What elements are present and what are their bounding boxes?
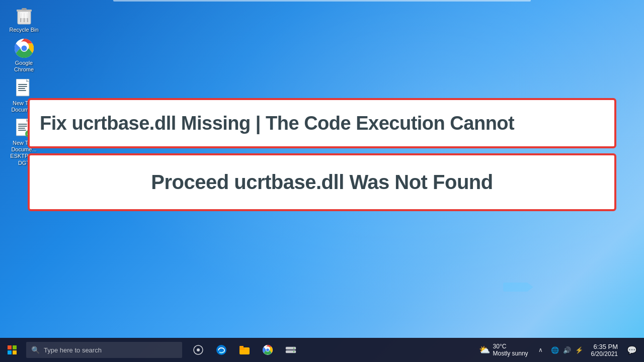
search-placeholder-text: Type here to search: [44, 346, 102, 354]
svg-point-38: [293, 351, 294, 352]
weather-icon: ⛅: [479, 344, 490, 355]
svg-rect-2: [22, 8, 27, 10]
svg-rect-18: [18, 124, 27, 125]
weather-temp: 30°C: [493, 343, 528, 350]
svg-rect-23: [13, 345, 17, 349]
tray-chevron-icon[interactable]: ∧: [538, 346, 543, 353]
svg-rect-15: [18, 90, 26, 91]
svg-rect-25: [13, 350, 17, 354]
svg-rect-12: [18, 84, 27, 85]
svg-rect-6: [20, 12, 28, 18]
weather-condition: Mostly sunny: [493, 350, 528, 357]
taskbar-chrome[interactable]: [257, 338, 279, 362]
top-bar: [113, 0, 531, 2]
recycle-bin-icon[interactable]: Recycle Bin: [5, 5, 43, 33]
annotation-box-2: Proceed ucrtbase.dll Was Not Found: [28, 153, 616, 211]
svg-rect-20: [18, 128, 25, 129]
taskbar-task-view[interactable]: [187, 338, 209, 362]
annotation-box-1: Fix ucrtbase.dll Missing | The Code Exec…: [28, 98, 616, 148]
annotation-box-2-text: Proceed ucrtbase.dll Was Not Found: [151, 171, 493, 194]
weather-area: ⛅ 30°C Mostly sunny: [475, 343, 532, 357]
recycle-bin-label: Recycle Bin: [9, 27, 38, 33]
google-chrome-icon[interactable]: Google Chrome: [5, 38, 43, 73]
volume-icon: 🔊: [563, 346, 571, 354]
search-box[interactable]: 🔍 Type here to search: [26, 342, 182, 358]
clock-area[interactable]: 6:35 PM 6/20/2021: [587, 343, 622, 357]
svg-rect-13: [18, 86, 27, 87]
taskbar-storage[interactable]: [280, 338, 302, 362]
network-icon: 🌐: [551, 346, 559, 354]
svg-rect-21: [18, 130, 26, 131]
taskbar-apps: [187, 338, 302, 362]
tray-status-icons: 🌐 🔊 ⚡: [549, 346, 585, 354]
start-button[interactable]: [0, 338, 24, 362]
battery-icon: ⚡: [575, 346, 583, 354]
svg-rect-31: [239, 346, 244, 348]
system-tray: ⛅ 30°C Mostly sunny ∧ 🌐 🔊 ⚡ 6:35 PM 6/20…: [475, 343, 644, 357]
clock-date: 6/20/2021: [591, 350, 618, 357]
search-icon: 🔍: [31, 346, 40, 354]
annotation-container: Fix ucrtbase.dll Missing | The Code Exec…: [28, 98, 616, 211]
annotation-box-1-text: Fix ucrtbase.dll Missing | The Code Exec…: [40, 113, 514, 134]
google-chrome-label: Google Chrome: [5, 60, 43, 73]
taskbar: 🔍 Type here to search: [0, 338, 644, 362]
svg-point-34: [266, 348, 269, 351]
light-decoration-2: [503, 283, 533, 292]
svg-rect-14: [18, 88, 25, 89]
svg-rect-22: [8, 345, 12, 349]
svg-point-9: [21, 46, 27, 51]
svg-point-27: [197, 348, 200, 351]
clock-time: 6:35 PM: [594, 343, 618, 350]
svg-point-37: [293, 347, 294, 348]
taskbar-file-explorer[interactable]: [233, 338, 256, 362]
svg-rect-19: [18, 126, 27, 127]
notification-icon[interactable]: 💬: [624, 345, 640, 355]
tray-icons[interactable]: ∧: [534, 346, 547, 353]
taskbar-edge[interactable]: [210, 338, 232, 362]
svg-rect-24: [8, 350, 12, 354]
